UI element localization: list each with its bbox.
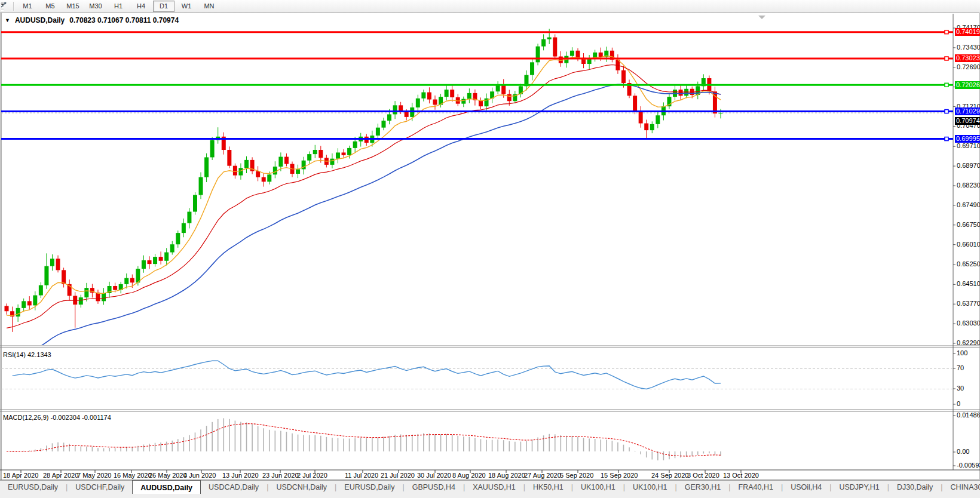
tab-FRA40-H1[interactable]: FRA40,H1 [731, 481, 781, 493]
current-price-label: 0.70974 [955, 117, 980, 125]
x-axis-date-label: 7 May 2020 [77, 472, 111, 479]
symbol-tab-bar: EURUSD,Daily|USDCHF,DailyAUDUSD,DailyUSD… [0, 480, 980, 498]
y-axis-label: 0.72690 [957, 63, 980, 70]
x-axis-date-label: 8 Aug 2020 [452, 472, 486, 479]
tab-UK100-H1[interactable]: UK100,H1 [625, 481, 675, 493]
collapse-arrow-icon[interactable]: ▼ [5, 17, 10, 23]
x-axis-date-label: 13 Oct 2020 [723, 472, 759, 479]
tab-USDCNH-Daily[interactable]: USDCNH,Daily [268, 481, 335, 493]
price-line-label: 0.72026 [955, 81, 980, 89]
y-axis-label: 0.69710 [957, 142, 980, 149]
y-axis-label: 0.62290 [957, 339, 980, 346]
tab-USDCAD-Daily[interactable]: USDCAD,Daily [201, 481, 267, 493]
tab-DJ30-Daily[interactable]: DJ30,Daily [889, 481, 941, 493]
timeframe-button-MN[interactable]: MN [198, 1, 220, 12]
x-axis-date-label: 28 Apr 2020 [43, 472, 78, 479]
y-axis-label: 0.66010 [957, 241, 980, 248]
tab-HK50-H1[interactable]: HK50,H1 [525, 481, 571, 493]
timeframe-button-M15[interactable]: M15 [62, 1, 84, 12]
y-axis-label: 0.73430 [957, 44, 980, 51]
x-axis-date-label: 15 Sep 2020 [601, 472, 638, 479]
macd-indicator-label: MACD(12,26,9) -0.002304 -0.001174 [3, 414, 111, 421]
price-line-label: 0.69995 [955, 135, 980, 143]
x-axis-date-label: 23 Jun 2020 [262, 472, 299, 479]
chart-window[interactable]: ▼ AUDUSD,Daily 0.70823 0.71067 0.70811 0… [0, 13, 980, 480]
macd-axis-label: 0.014861 [957, 411, 980, 419]
x-axis-date-label: 11 Jul 2020 [345, 472, 378, 479]
mt4-window: { "toolbar": { "timeframes": ["M1","M5",… [0, 0, 980, 498]
price-line-label: 0.71029 [955, 107, 980, 115]
timeframe-button-M1[interactable]: M1 [17, 1, 38, 12]
x-axis-date-label: 27 Aug 2020 [524, 472, 561, 479]
timeframe-button-H4[interactable]: H4 [130, 1, 152, 12]
chart-title-ohlc: 0.70823 0.71067 0.70811 0.70974 [69, 16, 179, 24]
x-axis-date-label: 2 Jul 2020 [297, 472, 327, 479]
rsi-axis-label: 70 [957, 364, 964, 371]
toolbar-separator [13, 2, 14, 11]
y-axis-label: 0.66750 [957, 221, 980, 228]
x-axis-date-label: 13 Jun 2020 [222, 472, 259, 479]
rsi-indicator-label: RSI(14) 42.1343 [3, 351, 51, 358]
timeframe-button-H1[interactable]: H1 [108, 1, 129, 12]
tab-XAUUSD-H1[interactable]: XAUUSD,H1 [465, 481, 523, 493]
y-axis-label: 0.63030 [957, 319, 980, 327]
timeframe-buttons: M1M5M15M30H1H4D1W1MN [16, 1, 220, 12]
x-axis-date-label: 4 Jun 2020 [183, 472, 216, 479]
chevron-down-icon [0, 0, 5, 8]
timeframe-toolbar: M1M5M15M30H1H4D1W1MN [0, 0, 980, 13]
tab-EURUSD-Daily[interactable]: EURUSD,Daily [336, 481, 402, 493]
y-axis-label: 0.67490 [957, 201, 980, 208]
x-axis-date-label: 5 Sep 2020 [560, 472, 593, 479]
x-axis-date-label: 16 May 2020 [114, 472, 152, 479]
macd-axis-label: 0.00 [957, 448, 969, 455]
tab-GBPUSD-H4[interactable]: GBPUSD,H4 [405, 481, 463, 493]
tab-USDCHF-Daily[interactable]: USDCHF,Daily [68, 481, 132, 493]
y-axis-label: 0.65250 [957, 260, 980, 268]
x-axis-date-label: 30 Jul 2020 [417, 472, 451, 479]
y-axis-label: 0.63770 [957, 300, 980, 307]
rsi-axis-label: 100 [957, 349, 967, 356]
price-line-label: 0.73023 [955, 54, 980, 62]
tab-AUDUSD-Daily[interactable]: AUDUSD,Daily [132, 480, 201, 494]
chart-title: ▼ AUDUSD,Daily 0.70823 0.71067 0.70811 0… [5, 16, 179, 24]
macd-axis-label: -0.005938 [957, 462, 980, 469]
rsi-axis-label: 0 [957, 400, 960, 407]
x-axis-date-label: 21 Jul 2020 [381, 472, 415, 479]
tab-GER30-H1[interactable]: GER30,H1 [677, 481, 728, 493]
timeframe-button-M5[interactable]: M5 [39, 1, 61, 12]
timeframe-button-D1[interactable]: D1 [153, 1, 174, 12]
rsi-axis-label: 30 [957, 385, 964, 392]
x-axis-date-label: 18 Apr 2020 [3, 472, 38, 479]
price-chart-canvas[interactable] [0, 13, 980, 480]
x-axis-date-label: 26 May 2020 [149, 472, 187, 479]
y-axis-label: 0.68970 [957, 162, 980, 169]
chart-cursor-tool-button[interactable] [6, 1, 11, 13]
x-axis-date-label: 24 Sep 2020 [651, 472, 688, 479]
tab-CHINA300-H1[interactable]: CHINA300,H1 [943, 481, 980, 493]
y-axis-label: 0.68230 [957, 182, 980, 189]
tab-USDJPY-H1[interactable]: USDJPY,H1 [831, 481, 887, 493]
tab-USOil-H4[interactable]: USOil,H4 [783, 481, 829, 493]
chart-title-symbol: AUDUSD,Daily [15, 16, 65, 24]
x-axis-date-label: 18 Aug 2020 [488, 472, 525, 479]
x-axis-date-label: 3 Oct 2020 [687, 472, 719, 479]
timeframe-button-W1[interactable]: W1 [176, 1, 197, 12]
price-line-label: 0.74019 [955, 28, 980, 36]
y-axis-label: 0.64510 [957, 280, 980, 287]
tab-EURUSD-Daily[interactable]: EURUSD,Daily [0, 481, 66, 493]
timeframe-button-M30[interactable]: M30 [85, 1, 106, 12]
tab-UK100-H1[interactable]: UK100,H1 [573, 481, 623, 493]
